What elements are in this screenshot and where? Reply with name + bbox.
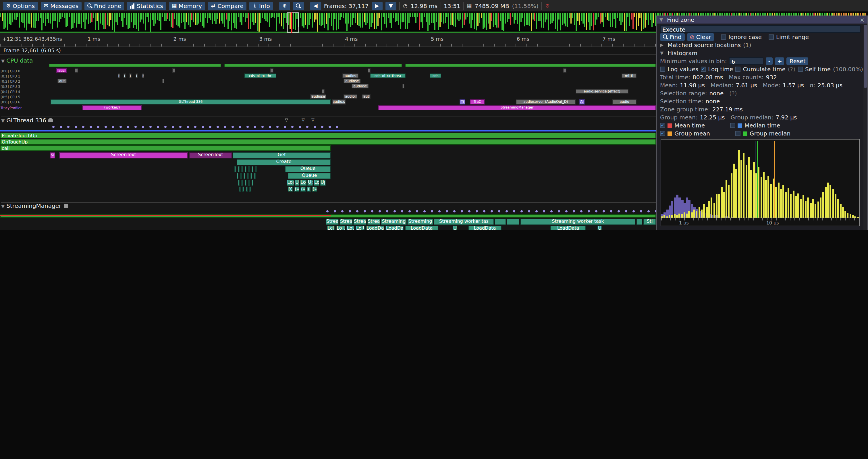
frame-bar[interactable] [419, 13, 420, 30]
frame-bar[interactable] [91, 13, 92, 22]
frame-bar[interactable] [100, 13, 101, 24]
frame-bar[interactable] [33, 13, 34, 28]
ignore-case-checkbox[interactable] [721, 34, 726, 40]
frame-bar[interactable] [112, 13, 113, 30]
frame-bar[interactable] [264, 13, 265, 19]
frame-bar[interactable] [388, 13, 389, 18]
frame-bar[interactable] [527, 13, 528, 25]
frame-bar[interactable] [643, 13, 644, 29]
frame-bar[interactable] [145, 13, 146, 31]
frame-bar[interactable] [584, 13, 585, 27]
collapse-icon[interactable]: ▼ [660, 51, 663, 56]
frame-bar[interactable] [531, 13, 532, 31]
zone-strea[interactable]: Strea [367, 219, 380, 225]
frame-bar[interactable] [224, 13, 225, 27]
frame-bar[interactable] [320, 13, 322, 26]
frame-bar[interactable] [515, 13, 517, 20]
frame-bar[interactable] [7, 13, 8, 30]
frame-bar[interactable] [90, 13, 91, 23]
frame-bar[interactable] [426, 13, 427, 22]
frame-bar[interactable] [481, 13, 482, 18]
frame-bar[interactable] [231, 13, 232, 30]
glthread-header[interactable]: ▼GLThread 336 [1, 117, 656, 124]
frame-bar[interactable] [338, 13, 339, 29]
frame-bar[interactable] [345, 13, 346, 24]
frame-bar[interactable] [62, 13, 63, 17]
frame-bar[interactable] [22, 13, 24, 23]
frame-bar[interactable] [266, 13, 267, 21]
zone-ti[interactable]: Ti [460, 99, 465, 104]
frame-bar[interactable] [372, 13, 373, 23]
frame-bar[interactable] [608, 13, 610, 21]
frame-bar[interactable] [539, 13, 540, 21]
find-zone-titlebar[interactable]: ▼ Find zone × [657, 16, 867, 24]
frame-bar[interactable] [462, 13, 463, 28]
frame-bar[interactable] [653, 13, 654, 23]
frame-bar[interactable] [567, 13, 568, 27]
zone-c[interactable]: c [142, 73, 144, 78]
frame-bar[interactable] [222, 13, 223, 24]
frame-bar[interactable] [219, 13, 220, 24]
frame-bar[interactable] [205, 13, 206, 18]
frame-bar[interactable] [395, 13, 396, 22]
zone-auc[interactable]: auc [56, 68, 67, 73]
frame-bar[interactable] [484, 13, 486, 27]
frame-bar[interactable] [415, 13, 416, 23]
zone-strea[interactable]: Strea [353, 219, 367, 225]
frame-bar[interactable] [10, 13, 11, 25]
frame-bar[interactable] [69, 13, 70, 17]
frame-bar[interactable] [593, 13, 594, 30]
frame-bar[interactable] [45, 13, 46, 26]
zone-segment[interactable] [238, 166, 240, 172]
frame-bar[interactable] [479, 13, 480, 23]
frame-bar[interactable] [622, 13, 623, 22]
frame-bar[interactable] [384, 13, 385, 24]
frame-bar[interactable] [651, 13, 653, 27]
frame-bar[interactable] [508, 13, 509, 19]
frame-bar[interactable] [424, 13, 425, 18]
frame-bar[interactable] [277, 13, 279, 17]
frame-bar[interactable] [359, 13, 360, 26]
frame-bar[interactable] [170, 13, 172, 27]
mean-time-checkbox[interactable]: ✓ [660, 123, 665, 128]
zone-aut[interactable]: aut [362, 94, 371, 99]
zone-sti[interactable]: Sti [643, 219, 656, 225]
frame-bar[interactable] [26, 13, 27, 31]
frame-bar[interactable] [46, 13, 48, 19]
frame-bar[interactable] [346, 13, 347, 31]
min-bin-input[interactable]: 6 [729, 57, 764, 65]
zone-queue[interactable]: Queue [288, 173, 331, 179]
frame-bar[interactable] [122, 13, 124, 27]
frame-bar[interactable] [586, 13, 587, 30]
frame-bar[interactable] [536, 13, 537, 29]
frame-bar[interactable] [129, 13, 130, 28]
frame-bar[interactable] [465, 13, 466, 20]
frame-bar[interactable] [507, 13, 508, 22]
compare-button[interactable]: ⇄Compare [208, 1, 246, 10]
frame-bar[interactable] [191, 13, 192, 20]
zone-streaming[interactable]: Streaming [407, 219, 433, 225]
zone-lo-u[interactable]: Lo U [355, 226, 365, 230]
frame-bar[interactable] [160, 13, 161, 30]
frame-bar[interactable] [348, 13, 349, 23]
frame-bar[interactable] [243, 13, 244, 17]
zone-audios[interactable]: audios [342, 73, 359, 78]
frame-bar[interactable] [164, 13, 165, 21]
frame-bar[interactable] [491, 13, 492, 21]
frame-bar[interactable] [76, 13, 77, 27]
frame-bar[interactable] [235, 13, 236, 28]
frame-bar[interactable] [493, 13, 494, 27]
frame-bar[interactable] [376, 13, 377, 29]
zone-loaddata[interactable]: LoadData [550, 226, 586, 230]
zone-segment[interactable] [368, 68, 371, 73]
frame-bar[interactable] [85, 13, 86, 29]
frame-bar[interactable] [319, 13, 320, 25]
frame-bar[interactable] [257, 13, 258, 31]
zone-create[interactable]: Create [237, 159, 331, 165]
zone-glthread-336[interactable]: GLThread 336 [51, 99, 331, 104]
frame-bar[interactable] [367, 13, 368, 23]
frame-bar[interactable] [464, 13, 465, 24]
frame-bar[interactable] [71, 13, 72, 29]
frame-bar[interactable] [190, 13, 191, 27]
frame-bar[interactable] [351, 13, 353, 25]
